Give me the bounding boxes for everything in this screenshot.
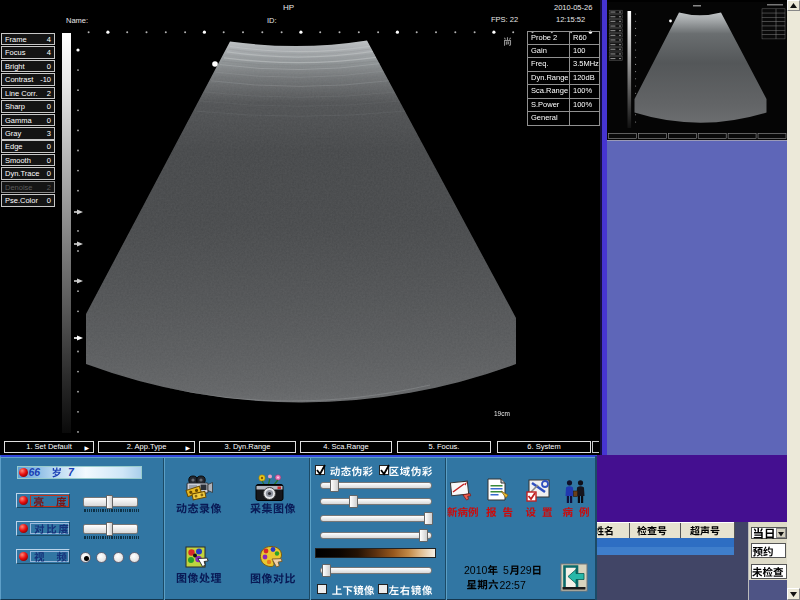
svg-text:19cm: 19cm xyxy=(494,410,510,417)
